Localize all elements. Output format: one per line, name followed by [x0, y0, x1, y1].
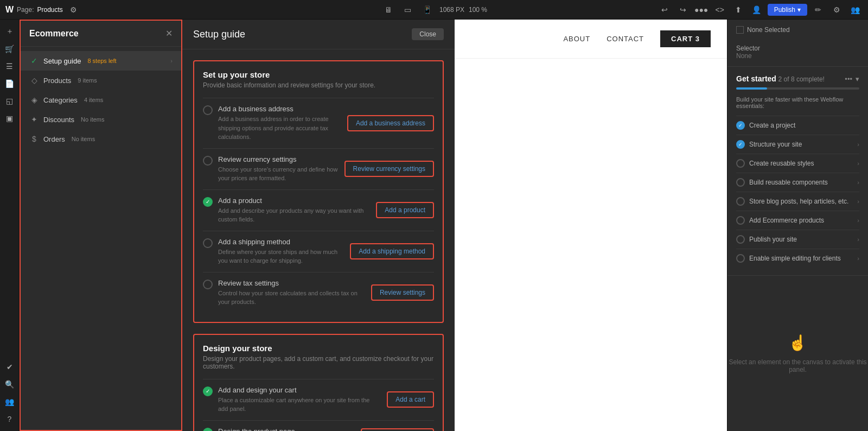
nav-cart[interactable]: CART 3 [660, 30, 711, 47]
gs-subtitle: 2 of 8 complete! [778, 75, 825, 83]
gs-item-create-project[interactable]: Create a project [736, 116, 859, 135]
ecommerce-title: Ecommerce [29, 29, 79, 39]
cursor-icon: ☝ [788, 334, 807, 352]
discounts-badge: No items [81, 116, 104, 123]
layers-icon[interactable]: ☰ [2, 59, 17, 74]
gs-chevron-styles: › [857, 160, 859, 167]
app-logo: W [5, 5, 14, 15]
setup-item-product: Add a product Add and describe your prod… [203, 189, 434, 231]
canvas-placeholder: ☝ Select an element on the canvas to act… [727, 276, 868, 431]
tax-radio[interactable] [203, 280, 213, 289]
product-radio[interactable] [203, 197, 213, 207]
business-address-radio[interactable] [203, 105, 213, 115]
business-address-title: Add a business address [218, 105, 341, 113]
comments-icon[interactable]: ●●● [694, 2, 709, 17]
gs-radio-ecommerce-products [736, 216, 745, 225]
gs-radio-publish-site [736, 235, 745, 244]
page-label: Page: [17, 6, 34, 14]
none-selected-label: None Selected [747, 26, 790, 34]
publish-button[interactable]: Publish ▾ [768, 4, 807, 16]
gs-item-simple-editing[interactable]: Enable simple editing for clients › [736, 249, 859, 268]
gs-item-reusable-components[interactable]: Build reusable components › [736, 173, 859, 192]
tablet-view-icon[interactable]: ▭ [400, 2, 416, 17]
ecommerce-panel-icon[interactable]: 🛒 [2, 41, 17, 56]
shipping-radio[interactable] [203, 238, 213, 248]
setup-close-button[interactable]: Close [412, 28, 444, 40]
gs-chevron-components: › [857, 179, 859, 186]
redo-icon[interactable]: ↪ [675, 2, 691, 17]
sidebar-item-products[interactable]: ◇ Products 9 items [21, 71, 181, 90]
nav-about[interactable]: ABOUT [563, 35, 590, 43]
toolbar-left: W Page: Products ⚙ [5, 2, 653, 17]
preview-area: ABOUT CONTACT CART 3 [455, 20, 727, 431]
sidebar-item-setup[interactable]: ✓ Setup guide 8 steps left › [21, 51, 181, 71]
gs-header: Get started 2 of 8 complete! ••• ▾ [736, 74, 859, 83]
code-icon[interactable]: <> [712, 2, 727, 17]
tax-desc: Control how your store calculates and co… [218, 289, 365, 307]
orders-label: Orders [43, 135, 65, 143]
assets-icon[interactable]: ▣ [2, 111, 17, 126]
settings-icon[interactable]: ⚙ [829, 2, 844, 17]
nav-contact[interactable]: CONTACT [607, 35, 644, 43]
products-label: Products [43, 77, 71, 85]
review-tax-button[interactable]: Review settings [371, 284, 434, 301]
search-icon[interactable]: 🔍 [2, 377, 17, 392]
orders-icon: $ [29, 135, 39, 143]
orders-badge: No items [72, 136, 95, 142]
gs-label-blog-posts: Store blog posts, help articles, etc. [749, 198, 848, 205]
go-to-product-page-button[interactable]: Go to product page [361, 428, 434, 431]
gs-label-reusable-styles: Create reusable styles [749, 160, 814, 167]
add-shipping-button[interactable]: Add a shipping method [350, 243, 434, 259]
interactions-icon[interactable]: ✔ [2, 359, 17, 375]
review-currency-button[interactable]: Review currency settings [344, 161, 434, 177]
mobile-view-icon[interactable]: 📱 [420, 2, 435, 17]
sidebar-item-orders[interactable]: $ Orders No items [21, 129, 181, 149]
gs-collapse-icon[interactable]: ▾ [856, 75, 859, 83]
help-icon[interactable]: ? [2, 411, 17, 427]
pen-tool-icon[interactable]: ✏ [810, 2, 826, 17]
export-icon[interactable]: ⬆ [731, 2, 746, 17]
top-toolbar: W Page: Products ⚙ 🖥 ▭ 📱 1068 PX 100 % ↩… [0, 0, 868, 20]
gs-item-reusable-styles[interactable]: Create reusable styles › [736, 154, 859, 173]
sidebar-item-discounts[interactable]: ✦ Discounts No items [21, 110, 181, 129]
add-product-button[interactable]: Add a product [376, 202, 434, 218]
add-business-address-button[interactable]: Add a business address [347, 115, 434, 131]
shipping-title: Add a shipping method [218, 238, 343, 246]
setup-item-cart: Add and design your cart Place a customi… [203, 379, 434, 420]
setup-item-shipping: Add a shipping method Define where your … [203, 231, 434, 272]
gs-item-publish-site[interactable]: Publish your site › [736, 230, 859, 249]
gs-radio-structure-site [736, 140, 745, 149]
cms-icon[interactable]: ◱ [2, 93, 17, 109]
gs-item-structure-site[interactable]: Structure your site › [736, 135, 859, 154]
add-cart-button[interactable]: Add a cart [387, 391, 434, 408]
ecommerce-header: Ecommerce ✕ [21, 21, 181, 47]
setup-store-title: Set up your store [203, 70, 434, 79]
canvas-zoom: 100 % [469, 6, 487, 14]
sidebar-item-categories[interactable]: ◈ Categories 4 items [21, 90, 181, 110]
product-page-radio[interactable] [203, 428, 213, 432]
currency-desc: Choose your store's currency and define … [218, 165, 338, 183]
add-panel-icon[interactable]: ＋ [2, 24, 17, 39]
selector-label: Selector [736, 45, 859, 52]
none-selected-checkbox[interactable] [736, 26, 744, 34]
gs-item-blog-posts[interactable]: Store blog posts, help articles, etc. › [736, 192, 859, 211]
product-title: Add a product [218, 197, 369, 205]
pages-icon[interactable]: 📄 [2, 76, 17, 91]
gs-more-icon[interactable]: ••• [845, 75, 852, 83]
users-icon[interactable]: 👥 [847, 2, 863, 17]
ecommerce-close-button[interactable]: ✕ [165, 28, 173, 39]
cart-radio[interactable] [203, 386, 213, 396]
design-store-title: Design your store [203, 344, 434, 353]
ecommerce-panel: Ecommerce ✕ ✓ Setup guide 8 steps left ›… [20, 20, 182, 431]
gs-radio-reusable-components [736, 178, 745, 187]
page-settings-icon[interactable]: ⚙ [66, 2, 81, 17]
canvas-width: 1068 PX [439, 6, 464, 14]
undo-icon[interactable]: ↩ [657, 2, 672, 17]
desktop-view-icon[interactable]: 🖥 [381, 2, 396, 17]
categories-icon: ◈ [29, 96, 39, 104]
share-icon[interactable]: 👤 [749, 2, 764, 17]
gs-item-ecommerce-products[interactable]: Add Ecommerce products › [736, 211, 859, 230]
business-address-desc: Add a business address in order to creat… [218, 115, 341, 142]
members-icon[interactable]: 👥 [2, 394, 17, 409]
currency-radio[interactable] [203, 156, 213, 166]
